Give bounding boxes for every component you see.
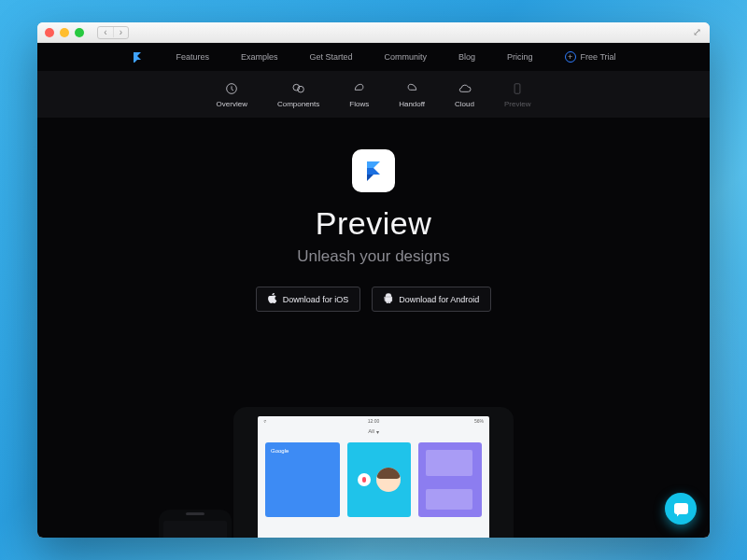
primary-nav: Features Examples Get Started Community … (37, 45, 710, 69)
nav-link-features[interactable]: Features (176, 52, 209, 62)
nav-link-examples[interactable]: Examples (241, 52, 278, 62)
hero-subtitle: Unleash your designs (37, 247, 710, 266)
subnav-label: Components (277, 100, 319, 108)
window-titlebar: ‹ › ⤢ (37, 22, 710, 43)
prototype-card-google: Google (265, 442, 340, 517)
tablet-filter-bar: All ▾ (258, 426, 489, 437)
nav-forward-button[interactable]: › (113, 27, 128, 37)
apple-icon (268, 293, 277, 305)
placeholder-block (426, 450, 472, 476)
device-icon (510, 81, 525, 96)
chat-launcher-button[interactable] (665, 493, 697, 525)
tablet-statusbar: ᯤ 12:00 56% (258, 416, 489, 426)
brand-logo[interactable] (131, 51, 144, 63)
app-icon (352, 149, 395, 192)
plus-circle-icon: + (565, 51, 576, 63)
overview-icon (224, 81, 239, 96)
hero-title: Preview (37, 205, 710, 242)
cta-group: Download for iOS Download for Android (37, 287, 710, 312)
framer-mark-icon (362, 160, 385, 182)
nav-link-community[interactable]: Community (385, 52, 428, 62)
prototype-card-layout (418, 442, 482, 517)
tablet-mockup: ᯤ 12:00 56% All ▾ Google (233, 407, 514, 538)
device-showcase: ᯤ 12:00 56% All ▾ Google (37, 379, 710, 538)
placeholder-block (426, 489, 472, 510)
cloud-icon (458, 81, 472, 96)
subnav-label: Cloud (455, 100, 474, 108)
chat-icon (674, 503, 688, 514)
flows-icon (352, 81, 367, 96)
chevron-down-icon: ▾ (376, 428, 379, 435)
browser-nav-group: ‹ › (97, 26, 129, 39)
google-label: Google (271, 448, 289, 454)
free-trial-label: Free Trial (581, 52, 616, 62)
subnav-label: Flows (349, 100, 369, 108)
status-time: 12:00 (258, 418, 489, 424)
phone-mockup (159, 510, 232, 538)
prototype-card-voice (347, 442, 411, 517)
nav-link-pricing[interactable]: Pricing (507, 52, 533, 62)
phone-screen (163, 521, 227, 538)
ios-button-label: Download for iOS (283, 295, 349, 304)
handoff-icon (404, 81, 419, 96)
subnav-label: Overview (217, 100, 247, 108)
features-subnav: Overview Components Flows Handoff Cloud … (37, 71, 710, 118)
subnav-item-flows[interactable]: Flows (349, 81, 369, 108)
page-content: Features Examples Get Started Community … (37, 43, 710, 538)
components-icon (291, 81, 306, 96)
browser-window: ‹ › ⤢ Features Examples Get Started Comm… (37, 22, 710, 538)
framer-logo-icon (132, 51, 143, 63)
subnav-item-handoff[interactable]: Handoff (399, 81, 425, 108)
nav-link-blog[interactable]: Blog (458, 52, 475, 62)
nav-link-free-trial[interactable]: + Free Trial (565, 51, 616, 63)
window-minimize-button[interactable] (60, 28, 69, 37)
android-button-label: Download for Android (399, 295, 479, 304)
prototype-cards: Google (258, 437, 489, 517)
nav-link-get-started[interactable]: Get Started (309, 52, 352, 62)
download-ios-button[interactable]: Download for iOS (256, 287, 361, 312)
android-icon (384, 293, 393, 305)
window-zoom-button[interactable] (75, 28, 84, 37)
window-close-button[interactable] (45, 28, 54, 37)
avatar-illustration (376, 468, 401, 492)
download-android-button[interactable]: Download for Android (372, 287, 491, 312)
svg-rect-3 (514, 83, 520, 93)
subnav-item-components[interactable]: Components (277, 81, 319, 108)
hero-section: Preview Unleash your designs Download fo… (37, 149, 710, 312)
subnav-item-preview[interactable]: Preview (504, 81, 530, 108)
nav-back-button[interactable]: ‹ (98, 27, 113, 37)
filter-label: All (368, 428, 374, 434)
subnav-label: Preview (504, 100, 530, 108)
subnav-item-cloud[interactable]: Cloud (455, 81, 474, 108)
subnav-item-overview[interactable]: Overview (217, 81, 247, 108)
subnav-label: Handoff (399, 100, 425, 108)
tablet-screen: ᯤ 12:00 56% All ▾ Google (258, 416, 489, 538)
window-expand-button[interactable]: ⤢ (691, 27, 702, 38)
mic-icon (358, 473, 371, 486)
